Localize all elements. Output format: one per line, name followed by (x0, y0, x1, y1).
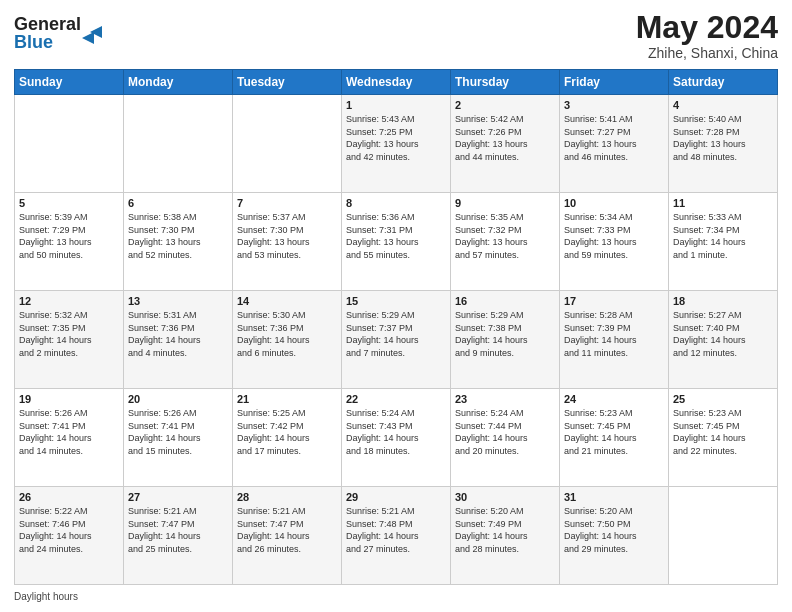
day-info: Sunrise: 5:21 AM Sunset: 7:47 PM Dayligh… (237, 505, 337, 555)
day-number: 6 (128, 197, 228, 209)
day-number: 5 (19, 197, 119, 209)
calendar-day-7: 7Sunrise: 5:37 AM Sunset: 7:30 PM Daylig… (233, 193, 342, 291)
calendar-day-21: 21Sunrise: 5:25 AM Sunset: 7:42 PM Dayli… (233, 389, 342, 487)
day-number: 9 (455, 197, 555, 209)
calendar-day-header-tuesday: Tuesday (233, 70, 342, 95)
calendar-day-9: 9Sunrise: 5:35 AM Sunset: 7:32 PM Daylig… (451, 193, 560, 291)
day-info: Sunrise: 5:22 AM Sunset: 7:46 PM Dayligh… (19, 505, 119, 555)
title-block: May 2024 Zhihe, Shanxi, China (636, 10, 778, 61)
day-number: 12 (19, 295, 119, 307)
day-number: 25 (673, 393, 773, 405)
day-info: Sunrise: 5:29 AM Sunset: 7:37 PM Dayligh… (346, 309, 446, 359)
day-number: 3 (564, 99, 664, 111)
day-info: Sunrise: 5:32 AM Sunset: 7:35 PM Dayligh… (19, 309, 119, 359)
day-info: Sunrise: 5:23 AM Sunset: 7:45 PM Dayligh… (673, 407, 773, 457)
day-number: 7 (237, 197, 337, 209)
calendar-day-30: 30Sunrise: 5:20 AM Sunset: 7:49 PM Dayli… (451, 487, 560, 585)
calendar-day-16: 16Sunrise: 5:29 AM Sunset: 7:38 PM Dayli… (451, 291, 560, 389)
day-number: 30 (455, 491, 555, 503)
calendar-day-5: 5Sunrise: 5:39 AM Sunset: 7:29 PM Daylig… (15, 193, 124, 291)
calendar-week-row: 5Sunrise: 5:39 AM Sunset: 7:29 PM Daylig… (15, 193, 778, 291)
header: General Blue May 2024 Zhihe, Shanxi, Chi… (14, 10, 778, 61)
calendar-empty-cell (233, 95, 342, 193)
calendar-day-17: 17Sunrise: 5:28 AM Sunset: 7:39 PM Dayli… (560, 291, 669, 389)
month-title: May 2024 (636, 10, 778, 45)
day-info: Sunrise: 5:29 AM Sunset: 7:38 PM Dayligh… (455, 309, 555, 359)
day-info: Sunrise: 5:20 AM Sunset: 7:50 PM Dayligh… (564, 505, 664, 555)
calendar-week-row: 19Sunrise: 5:26 AM Sunset: 7:41 PM Dayli… (15, 389, 778, 487)
day-number: 17 (564, 295, 664, 307)
calendar-day-11: 11Sunrise: 5:33 AM Sunset: 7:34 PM Dayli… (669, 193, 778, 291)
day-number: 2 (455, 99, 555, 111)
day-info: Sunrise: 5:39 AM Sunset: 7:29 PM Dayligh… (19, 211, 119, 261)
calendar-day-header-thursday: Thursday (451, 70, 560, 95)
day-info: Sunrise: 5:23 AM Sunset: 7:45 PM Dayligh… (564, 407, 664, 457)
day-info: Sunrise: 5:26 AM Sunset: 7:41 PM Dayligh… (128, 407, 228, 457)
logo: General Blue (14, 10, 124, 58)
day-info: Sunrise: 5:31 AM Sunset: 7:36 PM Dayligh… (128, 309, 228, 359)
calendar-day-3: 3Sunrise: 5:41 AM Sunset: 7:27 PM Daylig… (560, 95, 669, 193)
calendar-day-27: 27Sunrise: 5:21 AM Sunset: 7:47 PM Dayli… (124, 487, 233, 585)
calendar-day-header-sunday: Sunday (15, 70, 124, 95)
calendar-day-4: 4Sunrise: 5:40 AM Sunset: 7:28 PM Daylig… (669, 95, 778, 193)
calendar-day-23: 23Sunrise: 5:24 AM Sunset: 7:44 PM Dayli… (451, 389, 560, 487)
daylight-hours-label: Daylight hours (14, 591, 78, 602)
location: Zhihe, Shanxi, China (636, 45, 778, 61)
calendar-day-29: 29Sunrise: 5:21 AM Sunset: 7:48 PM Dayli… (342, 487, 451, 585)
day-info: Sunrise: 5:33 AM Sunset: 7:34 PM Dayligh… (673, 211, 773, 261)
day-info: Sunrise: 5:25 AM Sunset: 7:42 PM Dayligh… (237, 407, 337, 457)
day-number: 24 (564, 393, 664, 405)
day-info: Sunrise: 5:24 AM Sunset: 7:44 PM Dayligh… (455, 407, 555, 457)
day-number: 19 (19, 393, 119, 405)
day-info: Sunrise: 5:21 AM Sunset: 7:48 PM Dayligh… (346, 505, 446, 555)
day-number: 14 (237, 295, 337, 307)
day-info: Sunrise: 5:30 AM Sunset: 7:36 PM Dayligh… (237, 309, 337, 359)
calendar-table: SundayMondayTuesdayWednesdayThursdayFrid… (14, 69, 778, 585)
day-number: 27 (128, 491, 228, 503)
calendar-day-header-friday: Friday (560, 70, 669, 95)
day-info: Sunrise: 5:38 AM Sunset: 7:30 PM Dayligh… (128, 211, 228, 261)
calendar-empty-cell (669, 487, 778, 585)
calendar-day-10: 10Sunrise: 5:34 AM Sunset: 7:33 PM Dayli… (560, 193, 669, 291)
day-number: 10 (564, 197, 664, 209)
day-number: 11 (673, 197, 773, 209)
svg-text:Blue: Blue (14, 32, 53, 52)
day-info: Sunrise: 5:43 AM Sunset: 7:25 PM Dayligh… (346, 113, 446, 163)
calendar-day-8: 8Sunrise: 5:36 AM Sunset: 7:31 PM Daylig… (342, 193, 451, 291)
calendar-header-row: SundayMondayTuesdayWednesdayThursdayFrid… (15, 70, 778, 95)
day-number: 18 (673, 295, 773, 307)
day-number: 13 (128, 295, 228, 307)
day-info: Sunrise: 5:36 AM Sunset: 7:31 PM Dayligh… (346, 211, 446, 261)
day-number: 8 (346, 197, 446, 209)
calendar-empty-cell (124, 95, 233, 193)
day-info: Sunrise: 5:41 AM Sunset: 7:27 PM Dayligh… (564, 113, 664, 163)
day-info: Sunrise: 5:35 AM Sunset: 7:32 PM Dayligh… (455, 211, 555, 261)
calendar-day-6: 6Sunrise: 5:38 AM Sunset: 7:30 PM Daylig… (124, 193, 233, 291)
calendar-day-31: 31Sunrise: 5:20 AM Sunset: 7:50 PM Dayli… (560, 487, 669, 585)
calendar-day-25: 25Sunrise: 5:23 AM Sunset: 7:45 PM Dayli… (669, 389, 778, 487)
calendar-day-28: 28Sunrise: 5:21 AM Sunset: 7:47 PM Dayli… (233, 487, 342, 585)
day-number: 20 (128, 393, 228, 405)
footer: Daylight hours (14, 591, 778, 602)
calendar-day-24: 24Sunrise: 5:23 AM Sunset: 7:45 PM Dayli… (560, 389, 669, 487)
day-number: 22 (346, 393, 446, 405)
calendar-day-12: 12Sunrise: 5:32 AM Sunset: 7:35 PM Dayli… (15, 291, 124, 389)
day-info: Sunrise: 5:20 AM Sunset: 7:49 PM Dayligh… (455, 505, 555, 555)
day-number: 15 (346, 295, 446, 307)
day-info: Sunrise: 5:42 AM Sunset: 7:26 PM Dayligh… (455, 113, 555, 163)
day-info: Sunrise: 5:37 AM Sunset: 7:30 PM Dayligh… (237, 211, 337, 261)
day-info: Sunrise: 5:28 AM Sunset: 7:39 PM Dayligh… (564, 309, 664, 359)
day-number: 23 (455, 393, 555, 405)
calendar-day-20: 20Sunrise: 5:26 AM Sunset: 7:41 PM Dayli… (124, 389, 233, 487)
day-number: 28 (237, 491, 337, 503)
calendar-week-row: 26Sunrise: 5:22 AM Sunset: 7:46 PM Dayli… (15, 487, 778, 585)
day-number: 21 (237, 393, 337, 405)
page: General Blue May 2024 Zhihe, Shanxi, Chi… (0, 0, 792, 612)
calendar-day-1: 1Sunrise: 5:43 AM Sunset: 7:25 PM Daylig… (342, 95, 451, 193)
day-info: Sunrise: 5:27 AM Sunset: 7:40 PM Dayligh… (673, 309, 773, 359)
day-number: 29 (346, 491, 446, 503)
calendar-day-header-monday: Monday (124, 70, 233, 95)
day-info: Sunrise: 5:34 AM Sunset: 7:33 PM Dayligh… (564, 211, 664, 261)
calendar-week-row: 1Sunrise: 5:43 AM Sunset: 7:25 PM Daylig… (15, 95, 778, 193)
day-number: 4 (673, 99, 773, 111)
